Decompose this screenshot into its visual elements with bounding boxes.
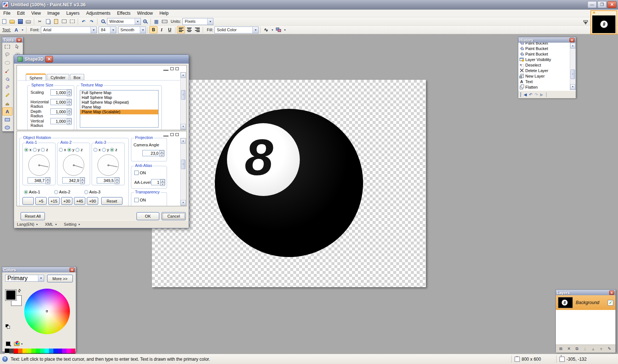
tab-cylinder[interactable]: Cylinder bbox=[47, 74, 69, 81]
axis3-value-spinner[interactable]: 349,5▲▼ bbox=[97, 177, 120, 183]
palette-swatch[interactable] bbox=[45, 349, 49, 353]
tab-box[interactable]: Box bbox=[70, 74, 84, 81]
ok-button[interactable]: OK bbox=[136, 212, 159, 220]
move-layer-down-icon[interactable]: ▼ bbox=[598, 347, 604, 351]
history-item[interactable]: Layer Visibility bbox=[518, 57, 570, 62]
duplicate-layer-icon[interactable]: ⧉ bbox=[574, 346, 580, 351]
increment-button-plus90[interactable]: +90 bbox=[87, 197, 98, 205]
history-rewind-icon[interactable]: ▏◀ bbox=[521, 92, 527, 97]
texture-option[interactable]: Half Sphere Map bbox=[80, 95, 158, 100]
palette-swatch[interactable] bbox=[71, 349, 75, 353]
font-size-combo[interactable]: 84▼ bbox=[99, 26, 116, 33]
axis-selector-1[interactable] bbox=[24, 190, 28, 194]
undo-icon[interactable]: ↶ bbox=[79, 18, 88, 25]
reset-colors-icon[interactable] bbox=[6, 324, 10, 329]
rotation-reset-button[interactable]: Reset bbox=[101, 197, 122, 205]
tools-panel-title-bar[interactable]: Tools x bbox=[2, 37, 23, 43]
underline-button[interactable]: U bbox=[166, 26, 174, 33]
menu-layers[interactable]: Layers bbox=[63, 10, 83, 17]
increment-button-plus5[interactable]: +5 bbox=[35, 197, 47, 205]
menu-view[interactable]: View bbox=[28, 10, 44, 17]
swap-colors-icon[interactable]: ⇄ bbox=[17, 288, 22, 294]
menu-edit[interactable]: Edit bbox=[14, 10, 28, 17]
scrollbar-thumb[interactable] bbox=[181, 160, 185, 169]
history-item[interactable]: New Layer bbox=[518, 73, 570, 79]
menu-effects[interactable]: Effects bbox=[114, 10, 134, 17]
palette-swatch[interactable] bbox=[27, 349, 31, 353]
tool-clone-stamp[interactable] bbox=[2, 99, 13, 107]
increment-button-plus30[interactable]: +30 bbox=[61, 197, 72, 205]
palette-swatch[interactable] bbox=[9, 349, 14, 353]
tool-rectangle[interactable] bbox=[2, 115, 13, 124]
palette-swatch[interactable] bbox=[53, 349, 58, 353]
aa-level-spinner[interactable]: 1▲▼ bbox=[151, 179, 165, 185]
menu-file[interactable]: File bbox=[0, 10, 14, 17]
palette-swatch[interactable] bbox=[58, 349, 62, 353]
increment-button-plus15[interactable]: +15 bbox=[48, 197, 60, 205]
menu-help[interactable]: Help bbox=[156, 10, 172, 17]
scrollbar-thumb[interactable] bbox=[571, 69, 575, 79]
italic-button[interactable]: I bbox=[157, 26, 166, 33]
tool-ellipse[interactable] bbox=[2, 124, 13, 132]
reset-all-button[interactable]: Reset All bbox=[21, 212, 45, 220]
canvas[interactable]: 8 bbox=[152, 80, 426, 287]
axis3-dial[interactable] bbox=[97, 154, 119, 176]
palette-swatch[interactable] bbox=[49, 349, 53, 353]
grid-icon[interactable]: ▦ bbox=[152, 18, 160, 25]
transparency-on-checkbox[interactable] bbox=[134, 198, 139, 202]
palette-swatch[interactable] bbox=[62, 349, 67, 353]
palette-swatch[interactable] bbox=[36, 349, 40, 353]
palette-swatch[interactable] bbox=[22, 349, 27, 353]
scroll-down-icon[interactable]: ▼ bbox=[570, 84, 575, 90]
tool-lasso-select[interactable] bbox=[2, 51, 13, 59]
history-undo-icon[interactable]: ↶ bbox=[529, 92, 532, 97]
history-item[interactable]: Paint Bucket bbox=[518, 51, 570, 57]
minimize-icon[interactable] bbox=[163, 67, 168, 71]
history-redo-icon[interactable]: ↷ bbox=[534, 92, 538, 97]
minimize-button[interactable]: — bbox=[587, 1, 597, 8]
color-mode-combo[interactable]: Primary▼ bbox=[5, 275, 44, 282]
palette-swatch[interactable] bbox=[5, 349, 9, 353]
history-item[interactable]: Paint Bucket bbox=[518, 46, 570, 51]
axis-selector-2[interactable] bbox=[54, 190, 58, 194]
add-layer-icon[interactable]: ⊞ bbox=[558, 346, 564, 351]
tool-text[interactable]: A bbox=[2, 107, 13, 115]
layers-close-icon[interactable]: x bbox=[609, 290, 614, 295]
texture-option[interactable]: Full Sphere Map bbox=[80, 90, 158, 95]
xml-menu[interactable]: XML bbox=[45, 222, 53, 226]
align-center-button[interactable] bbox=[185, 26, 193, 33]
close-button[interactable]: ✕ bbox=[607, 1, 617, 8]
tool-paint-bucket[interactable] bbox=[2, 75, 13, 83]
open-icon[interactable] bbox=[8, 18, 16, 25]
layer-visible-checkbox[interactable]: ✓ bbox=[608, 300, 613, 306]
zoom-in-icon[interactable]: + bbox=[141, 18, 149, 25]
shape3d-close-icon[interactable]: ✕ bbox=[45, 56, 53, 63]
units-combo[interactable]: Pixels▼ bbox=[182, 18, 213, 25]
lang-menu[interactable]: Lang(EN) bbox=[17, 222, 34, 226]
minimize-icon[interactable] bbox=[163, 132, 168, 136]
axis3-radio[interactable] bbox=[110, 148, 114, 152]
palette-swatch[interactable] bbox=[14, 349, 18, 353]
font-family-combo[interactable]: Arial▼ bbox=[41, 26, 97, 33]
axis-selector-3[interactable] bbox=[84, 190, 88, 194]
window1-scrollbar[interactable]: ▲ ▼ bbox=[180, 72, 186, 130]
align-left-button[interactable] bbox=[177, 26, 185, 33]
palette-swatch[interactable] bbox=[67, 349, 71, 353]
zoom-out-icon[interactable]: – bbox=[99, 18, 107, 25]
restore-icon[interactable] bbox=[170, 67, 174, 70]
vertical-radius-spinner[interactable]: 1,000▲▼ bbox=[50, 118, 72, 124]
tool-move-selected-pixels[interactable] bbox=[13, 43, 23, 51]
horizontal-radius-spinner[interactable]: 1,000▲▼ bbox=[50, 99, 72, 105]
primary-color-swatch[interactable] bbox=[6, 290, 16, 300]
texture-option[interactable]: Half Sphere Map (Repeat) bbox=[80, 100, 158, 105]
layer-row-background[interactable]: 8 Background ✓ bbox=[556, 295, 615, 310]
tab-sphere[interactable]: Sphere bbox=[26, 74, 46, 81]
scaling-spinner[interactable]: 1,000▲▼ bbox=[50, 89, 72, 96]
axis3-radio[interactable] bbox=[93, 148, 97, 152]
texture-option[interactable]: Plane Map (Scalable) bbox=[80, 110, 158, 114]
palette-swatch[interactable] bbox=[40, 349, 45, 353]
blend-mode-icon[interactable] bbox=[274, 26, 283, 33]
copy-icon[interactable] bbox=[44, 18, 52, 25]
palette-swatch[interactable] bbox=[31, 349, 36, 353]
menu-image[interactable]: Image bbox=[44, 10, 63, 17]
